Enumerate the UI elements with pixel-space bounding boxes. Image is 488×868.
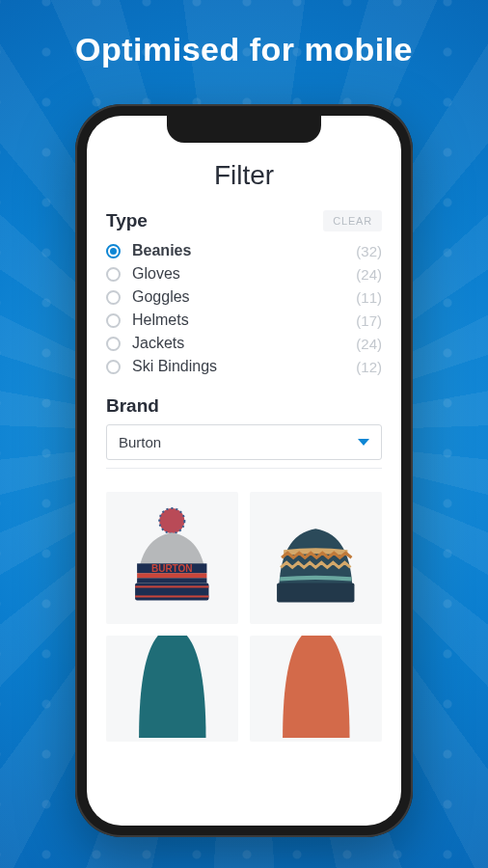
beanie-pattern-icon [258,500,374,616]
product-card[interactable] [106,636,238,742]
brand-selected-value: Burton [119,434,161,450]
divider [106,468,382,469]
beanie-plain-icon [263,636,369,742]
svg-rect-8 [135,596,208,598]
beanie-plain-icon [120,636,226,742]
svg-text:BURTON: BURTON [151,564,193,575]
type-option-label: Goggles [132,288,356,306]
beanie-pom-icon: BURTON [114,500,230,616]
radio-icon [106,290,121,305]
type-option-count: (17) [356,312,382,329]
phone-screen: Filter Type CLEAR Beanies(32)Gloves(24)G… [87,116,401,826]
type-option[interactable]: Beanies(32) [106,239,382,262]
type-option-count: (24) [356,266,382,283]
type-option[interactable]: Goggles(11) [106,285,382,309]
radio-icon [106,337,121,351]
type-option[interactable]: Ski Bindings(12) [106,355,382,378]
brand-select[interactable]: Burton [106,424,382,460]
svg-rect-6 [135,583,208,601]
svg-rect-4 [137,574,206,579]
type-option[interactable]: Gloves(24) [106,262,382,285]
product-card[interactable]: BURTON [106,492,238,624]
radio-icon [106,360,121,374]
type-option-label: Beanies [132,242,356,259]
page-title: Filter [106,160,382,191]
type-option[interactable]: Helmets(17) [106,309,382,332]
type-list: Beanies(32)Gloves(24)Goggles(11)Helmets(… [106,239,382,378]
clear-button[interactable]: CLEAR [323,210,382,231]
type-option-count: (32) [356,243,382,259]
type-option-label: Ski Bindings [132,358,356,375]
product-card[interactable] [250,636,382,742]
type-option-label: Gloves [132,265,356,283]
type-option-label: Helmets [132,312,356,329]
type-option-label: Jackets [132,335,356,352]
radio-icon [106,267,121,282]
product-card[interactable] [250,492,382,624]
radio-icon [106,244,121,258]
chevron-down-icon [358,439,369,446]
type-option-count: (11) [356,289,382,306]
svg-rect-5 [137,579,206,583]
type-option[interactable]: Jackets(24) [106,332,382,355]
svg-rect-9 [277,583,354,603]
type-option-count: (24) [356,336,382,352]
brand-section-label: Brand [106,395,382,417]
svg-rect-7 [135,586,208,588]
type-section-label: Type [106,210,148,231]
hero-headline: Optimised for mobile [0,0,488,68]
phone-frame: Filter Type CLEAR Beanies(32)Gloves(24)G… [75,104,413,837]
type-option-count: (12) [356,359,382,375]
phone-notch [167,116,321,143]
radio-icon [106,313,121,328]
